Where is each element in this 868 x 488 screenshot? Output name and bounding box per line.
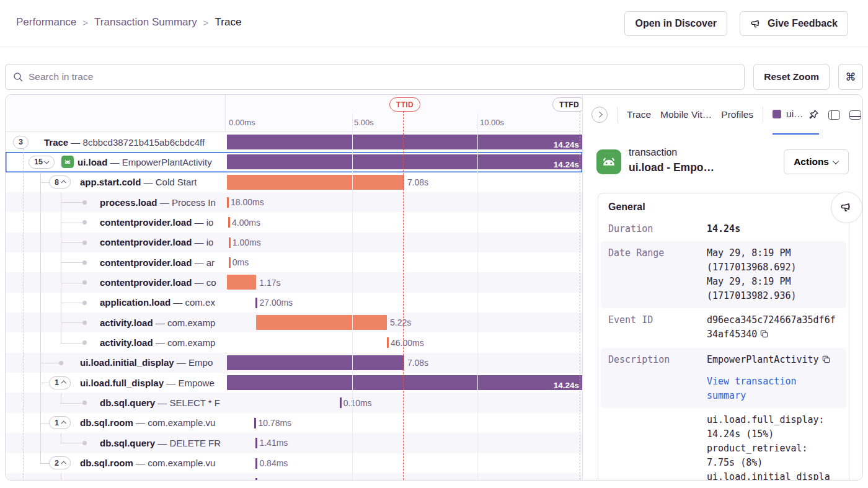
reset-zoom-label: Reset Zoom: [764, 71, 819, 82]
field-event-id: Event ID d96eca345c724667a35df6f34af4534…: [601, 308, 846, 348]
span-tree-cell: 3Trace — 8cbbcd38721b415ab6cbdc4ff: [6, 132, 225, 152]
span-bar[interactable]: 14.24s: [227, 375, 582, 390]
span-tick[interactable]: [227, 197, 229, 208]
span-row-application.load[interactable]: application.load — com.ex27.00ms: [6, 293, 582, 313]
span-row-contentprovider.load[interactable]: contentprovider.load — ar0ms: [6, 252, 582, 272]
view-transaction-summary-link[interactable]: View transaction summary: [707, 375, 831, 403]
span-title: process.load — Process In: [100, 192, 216, 212]
span-duration-label: 0.10ms: [343, 393, 372, 412]
span-tick[interactable]: [228, 217, 230, 228]
span-title: Trace — 8cbbcd38721b415ab6cbdc4ff: [44, 132, 205, 152]
child-count: 1: [55, 419, 59, 427]
span-tree-cell: 1db.sql.room — com.example.vu: [6, 413, 225, 433]
breadcrumb-transaction-summary[interactable]: Transaction Summary: [94, 16, 197, 29]
open-in-discover-label: Open in Discover: [635, 18, 717, 29]
tab-divider: [617, 107, 618, 123]
search-input[interactable]: [29, 71, 737, 82]
child-count-toggle[interactable]: 1: [49, 376, 71, 389]
span-row-ui.load.initial_display[interactable]: ui.load.initial_display — Empo7.08s: [6, 353, 582, 373]
actions-label: Actions: [794, 156, 829, 167]
trace-toolbar: Reset Zoom ⌘: [5, 64, 863, 90]
child-count-toggle[interactable]: 15: [29, 156, 55, 169]
span-row-app.start.cold[interactable]: 8app.start.cold — Cold Start7.08s: [6, 172, 582, 192]
chevron-up-icon: [61, 180, 66, 185]
span-row-activity.load[interactable]: activity.load — com.examp5.22s: [6, 313, 582, 332]
span-tick[interactable]: [255, 458, 257, 469]
value-line: ui.load.initial_display: 7.08s (7%): [707, 470, 831, 481]
span-bar[interactable]: [227, 175, 404, 190]
child-count-toggle[interactable]: 2: [49, 456, 71, 469]
span-tick[interactable]: [387, 337, 389, 348]
value-line: product_retrieval: 7.75s (8%): [707, 441, 831, 470]
layout-drawer-bottom-button[interactable]: [849, 110, 861, 120]
span-bar[interactable]: [227, 275, 256, 290]
span-bar[interactable]: 14.24s: [227, 154, 582, 169]
span-row-db.sql.query[interactable]: db.sql.query — SELECT * F0.10ms: [6, 393, 582, 412]
span-duration-label: 0.70ms: [259, 473, 288, 481]
span-bar[interactable]: [256, 315, 387, 330]
description-label: Description: [608, 353, 707, 403]
span-tick[interactable]: [254, 418, 256, 428]
leaf-dot: [82, 401, 87, 405]
span-row-db.sql.query[interactable]: db.sql.query — DELETE FR1.41ms: [6, 433, 582, 453]
tab-mobile-vitals[interactable]: Mobile Vit…: [660, 109, 712, 120]
span-title: contentprovider.load — io: [100, 212, 213, 232]
command-key-icon: ⌘: [846, 71, 856, 84]
span-tick[interactable]: [255, 478, 257, 481]
search-box[interactable]: [5, 64, 745, 90]
transaction-name: ui.load - Empo…: [629, 161, 714, 174]
span-row-ui.load[interactable]: 15ui.load — EmpowerPlantActivity14.24s: [6, 152, 582, 172]
span-row-Trace[interactable]: 3Trace — 8cbbcd38721b415ab6cbdc4ff14.24s: [6, 132, 582, 152]
span-row-db.sql.room[interactable]: 2db.sql.room — com.example.vu0.84ms: [6, 453, 582, 473]
date-range-value: May 29, 8:19 PM(1717013968.692)May 29, 8…: [707, 246, 836, 303]
span-duration-label: 7.08s: [407, 353, 428, 373]
layout-drawer-left-button[interactable]: [828, 110, 840, 120]
tab-profiles[interactable]: Profiles: [721, 109, 753, 120]
span-tick[interactable]: [340, 397, 342, 408]
span-duration-label: 1.17s: [259, 272, 280, 292]
copy-icon[interactable]: [760, 329, 769, 343]
shortcuts-button[interactable]: ⌘: [838, 64, 863, 90]
value-line: (1717013968.692): [707, 260, 831, 275]
span-duration-label: 27.00ms: [259, 293, 293, 313]
expand-drawer-button[interactable]: [591, 107, 608, 123]
span-row-ui.load.full_display[interactable]: 1ui.load.full_display — Empowe14.24s: [6, 373, 582, 393]
span-tick[interactable]: [255, 298, 257, 308]
span-row-contentprovider.load[interactable]: contentprovider.load — co1.17s: [6, 272, 582, 292]
ttfd-marker-pill: TTFD: [552, 97, 586, 112]
give-feedback-button[interactable]: Give Feedback: [740, 11, 848, 36]
span-row-db.sql.query[interactable]: db.sql.query — INSERT OR0.70ms: [6, 473, 582, 481]
breadcrumb: Performance > Transaction Summary > Trac…: [16, 16, 241, 29]
breadcrumb-performance[interactable]: Performance: [16, 16, 76, 29]
span-row-process.load[interactable]: process.load — Process In18.00ms: [6, 192, 582, 212]
field-duration: Duration 14.24s: [601, 217, 846, 241]
description-text-line: EmpowerPlantActivity: [707, 353, 831, 368]
span-row-db.sql.room[interactable]: 1db.sql.room — com.example.vu10.78ms: [6, 413, 582, 433]
span-title: application.load — com.ex: [100, 293, 215, 313]
chevron-down-icon: [833, 158, 839, 164]
span-bar[interactable]: 14.24s: [227, 135, 582, 149]
span-row-contentprovider.load[interactable]: contentprovider.load — io1.00ms: [6, 233, 582, 252]
span-tick[interactable]: [255, 438, 257, 448]
copy-icon[interactable]: [822, 354, 831, 368]
actions-button[interactable]: Actions: [784, 149, 849, 174]
child-count-toggle[interactable]: 1: [49, 416, 71, 429]
tab-trace[interactable]: Trace: [627, 109, 651, 120]
reset-zoom-button[interactable]: Reset Zoom: [753, 64, 830, 90]
chevron-up-icon: [61, 381, 66, 386]
transaction-header: transaction ui.load - Empo… Actions: [596, 144, 849, 182]
span-bar[interactable]: [227, 355, 404, 370]
span-row-contentprovider.load[interactable]: contentprovider.load — io4.00ms: [6, 212, 582, 232]
span-title: contentprovider.load — co: [100, 272, 216, 292]
span-tick[interactable]: [229, 257, 231, 268]
pin-icon[interactable]: [808, 109, 819, 120]
child-count-toggle[interactable]: 3: [13, 136, 29, 149]
open-in-discover-button[interactable]: Open in Discover: [624, 11, 727, 36]
child-count-toggle[interactable]: 8: [49, 175, 71, 189]
span-row-activity.load[interactable]: activity.load — com.examp46.00ms: [6, 332, 582, 352]
feedback-float-button[interactable]: [831, 192, 862, 223]
span-tree-cell: ui.load.initial_display — Empo: [6, 353, 225, 373]
tab-ui-load-active[interactable]: ui…: [773, 95, 819, 135]
span-tick[interactable]: [229, 237, 231, 248]
chevron-down-icon: [44, 159, 49, 164]
